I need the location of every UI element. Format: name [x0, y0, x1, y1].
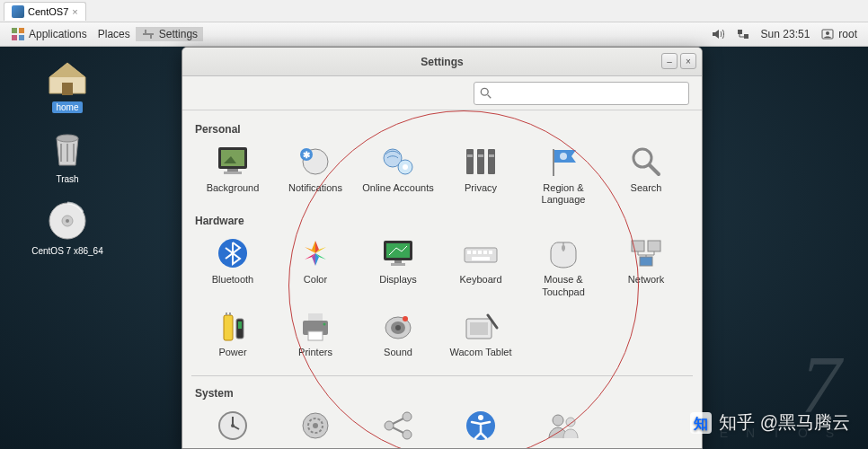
- settings-item-keyboard[interactable]: Keyboard: [439, 233, 522, 301]
- settings-item-privacy[interactable]: Privacy: [439, 141, 522, 209]
- settings-item-datetime[interactable]: [191, 405, 274, 448]
- settings-app-icon: [141, 27, 155, 41]
- trash-label: Trash: [52, 173, 82, 185]
- wacom-icon: [463, 309, 499, 343]
- svg-line-85: [393, 418, 403, 424]
- svg-text:✱: ✱: [303, 150, 311, 160]
- settings-item-sound[interactable]: Sound: [357, 305, 439, 374]
- hardware-section-header: Hardware: [191, 209, 693, 233]
- search-input[interactable]: [496, 87, 683, 100]
- sharing-icon: [380, 409, 416, 443]
- svg-rect-13: [60, 144, 62, 162]
- settings-item-label: Search: [631, 182, 662, 206]
- svg-point-84: [403, 430, 412, 439]
- svg-point-89: [553, 415, 563, 426]
- settings-item-label: Displays: [379, 274, 417, 297]
- svg-point-88: [478, 415, 483, 420]
- settings-label: Settings: [159, 28, 198, 40]
- applications-menu[interactable]: Applications: [5, 27, 93, 41]
- settings-item-network[interactable]: Network: [605, 233, 687, 301]
- svg-rect-24: [227, 169, 238, 172]
- settings-item-label: Color: [304, 274, 327, 297]
- settings-item-label: Keyboard: [459, 274, 501, 297]
- centos-favicon: [12, 5, 24, 18]
- search-bar: [182, 76, 702, 110]
- settings-item-label: Privacy: [465, 182, 497, 206]
- svg-rect-60: [226, 313, 227, 315]
- svg-point-81: [313, 423, 318, 428]
- svg-rect-55: [562, 245, 565, 251]
- tab-title: CentOS7: [28, 6, 68, 17]
- svg-rect-36: [478, 154, 483, 157]
- region-icon: [545, 145, 581, 179]
- svg-point-82: [385, 421, 394, 430]
- section-divider: [191, 375, 693, 376]
- settings-item-color[interactable]: Color: [274, 233, 357, 301]
- settings-item-sharing[interactable]: [357, 405, 439, 448]
- user-label: root: [838, 28, 857, 40]
- svg-rect-37: [489, 154, 494, 157]
- minimize-button[interactable]: –: [661, 53, 678, 69]
- svg-point-18: [66, 219, 69, 223]
- settings-item-power[interactable]: Power: [191, 305, 274, 374]
- svg-rect-46: [391, 263, 405, 266]
- svg-rect-66: [308, 331, 323, 340]
- settings-item-search[interactable]: Search: [605, 141, 687, 209]
- volume-indicator[interactable]: [705, 27, 731, 41]
- zhihu-watermark: 知 知乎 @黑马腾云: [690, 410, 850, 435]
- svg-rect-32: [466, 149, 474, 174]
- svg-point-78: [231, 424, 235, 427]
- desktop[interactable]: 7 C E N T O S home Trash CentOS 7 x86_64…: [0, 47, 868, 449]
- svg-rect-25: [224, 172, 242, 174]
- settings-item-users[interactable]: [522, 405, 605, 448]
- settings-item-label: Network: [628, 274, 664, 297]
- network-panel-icon: [736, 27, 750, 41]
- settings-item-mouse[interactable]: Mouse & Touchpad: [522, 233, 605, 301]
- settings-body[interactable]: Personal Background✱NotificationsOnline …: [182, 110, 702, 448]
- window-title: Settings: [421, 56, 463, 68]
- browser-tab[interactable]: CentOS7 ×: [4, 2, 86, 21]
- personal-section-header: Personal: [191, 118, 693, 141]
- displays-icon: [380, 236, 416, 270]
- close-button[interactable]: ×: [680, 53, 696, 69]
- settings-item-region[interactable]: Region & Language: [522, 141, 605, 209]
- search-icon: [480, 87, 492, 100]
- places-menu[interactable]: Places: [93, 28, 136, 40]
- settings-item-background[interactable]: Background: [191, 141, 274, 209]
- settings-item-details[interactable]: [274, 405, 357, 448]
- settings-item-bluetooth[interactable]: Bluetooth: [191, 233, 274, 301]
- cdrom-icon: [46, 199, 89, 242]
- settings-item-displays[interactable]: Displays: [357, 233, 439, 301]
- settings-item-label: Mouse & Touchpad: [522, 274, 605, 297]
- privacy-icon: [463, 145, 499, 179]
- clock[interactable]: Sun 23:51: [756, 28, 816, 40]
- settings-item-notifications[interactable]: ✱Notifications: [274, 141, 357, 209]
- settings-menu-item[interactable]: Settings: [136, 27, 203, 41]
- settings-item-wacom[interactable]: Wacom Tablet: [439, 305, 522, 374]
- accessibility-icon: [463, 409, 499, 443]
- window-titlebar[interactable]: Settings – ×: [182, 48, 702, 76]
- user-icon: [820, 27, 835, 41]
- online-accounts-icon: [380, 145, 416, 179]
- background-icon: [215, 145, 251, 179]
- clock-text: Sun 23:51: [761, 28, 810, 40]
- trash-desktop-icon[interactable]: Trash: [27, 128, 108, 185]
- cdrom-desktop-icon[interactable]: CentOS 7 x86_64: [13, 199, 121, 257]
- watermark-text: 知乎 @黑马腾云: [719, 410, 850, 435]
- settings-item-online-accounts[interactable]: Online Accounts: [357, 141, 439, 209]
- svg-point-70: [395, 325, 401, 330]
- home-desktop-icon[interactable]: home: [27, 56, 108, 113]
- svg-rect-48: [467, 251, 471, 254]
- tab-close-icon[interactable]: ×: [72, 6, 77, 17]
- svg-rect-61: [229, 313, 231, 315]
- applications-label: Applications: [29, 28, 87, 40]
- svg-rect-35: [467, 154, 473, 157]
- settings-item-printers[interactable]: Printers: [274, 305, 357, 374]
- settings-item-accessibility[interactable]: [439, 405, 522, 448]
- user-menu[interactable]: root: [815, 27, 863, 41]
- search-box[interactable]: [474, 82, 689, 105]
- svg-rect-33: [477, 149, 484, 174]
- network-indicator[interactable]: [731, 27, 756, 41]
- svg-point-10: [826, 31, 829, 35]
- svg-rect-5: [145, 30, 146, 33]
